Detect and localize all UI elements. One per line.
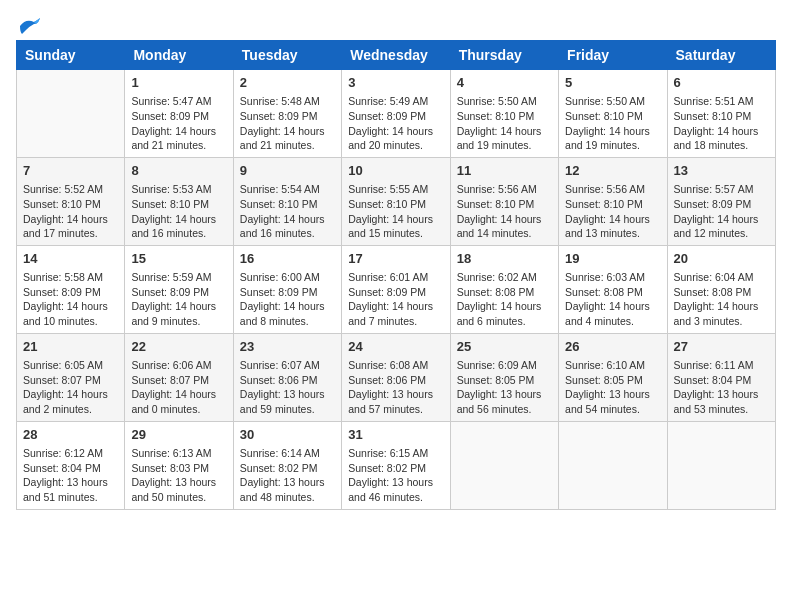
day-info: Daylight: 14 hours	[240, 212, 335, 227]
day-number: 6	[674, 74, 769, 92]
day-number: 18	[457, 250, 552, 268]
day-info: Sunset: 8:05 PM	[457, 373, 552, 388]
day-number: 16	[240, 250, 335, 268]
day-info: Sunset: 8:10 PM	[565, 197, 660, 212]
day-info: Daylight: 14 hours	[23, 212, 118, 227]
day-info: Sunset: 8:09 PM	[348, 285, 443, 300]
day-info: Sunrise: 6:02 AM	[457, 270, 552, 285]
calendar-table: SundayMondayTuesdayWednesdayThursdayFrid…	[16, 40, 776, 510]
day-info: Sunrise: 6:06 AM	[131, 358, 226, 373]
day-info: Sunrise: 5:51 AM	[674, 94, 769, 109]
day-info: and 10 minutes.	[23, 314, 118, 329]
day-info: Sunset: 8:09 PM	[674, 197, 769, 212]
day-info: Sunrise: 5:52 AM	[23, 182, 118, 197]
day-info: and 19 minutes.	[457, 138, 552, 153]
day-info: Sunrise: 6:08 AM	[348, 358, 443, 373]
day-info: and 48 minutes.	[240, 490, 335, 505]
day-number: 11	[457, 162, 552, 180]
calendar-header-monday: Monday	[125, 41, 233, 70]
logo	[16, 16, 42, 32]
day-info: Sunrise: 6:03 AM	[565, 270, 660, 285]
day-number: 12	[565, 162, 660, 180]
day-info: Daylight: 13 hours	[131, 475, 226, 490]
calendar-cell: 13Sunrise: 5:57 AMSunset: 8:09 PMDayligh…	[667, 157, 775, 245]
day-info: Sunrise: 6:04 AM	[674, 270, 769, 285]
day-info: Daylight: 13 hours	[565, 387, 660, 402]
day-info: Daylight: 14 hours	[674, 299, 769, 314]
day-info: Daylight: 14 hours	[23, 299, 118, 314]
day-info: and 12 minutes.	[674, 226, 769, 241]
calendar-cell: 3Sunrise: 5:49 AMSunset: 8:09 PMDaylight…	[342, 70, 450, 158]
day-info: Sunrise: 6:01 AM	[348, 270, 443, 285]
calendar-cell	[559, 421, 667, 509]
calendar-cell: 1Sunrise: 5:47 AMSunset: 8:09 PMDaylight…	[125, 70, 233, 158]
day-info: Daylight: 13 hours	[348, 475, 443, 490]
day-info: Sunset: 8:09 PM	[240, 285, 335, 300]
day-info: Sunrise: 5:49 AM	[348, 94, 443, 109]
day-info: Daylight: 14 hours	[348, 124, 443, 139]
day-number: 29	[131, 426, 226, 444]
day-info: Sunrise: 6:15 AM	[348, 446, 443, 461]
day-info: Sunset: 8:09 PM	[348, 109, 443, 124]
day-info: Sunset: 8:07 PM	[131, 373, 226, 388]
day-info: Sunrise: 6:07 AM	[240, 358, 335, 373]
calendar-cell: 9Sunrise: 5:54 AMSunset: 8:10 PMDaylight…	[233, 157, 341, 245]
day-info: and 15 minutes.	[348, 226, 443, 241]
day-info: Sunset: 8:02 PM	[240, 461, 335, 476]
day-info: Daylight: 13 hours	[674, 387, 769, 402]
day-info: Daylight: 14 hours	[23, 387, 118, 402]
day-info: Sunrise: 6:00 AM	[240, 270, 335, 285]
day-info: Sunset: 8:06 PM	[240, 373, 335, 388]
logo-bird-icon	[18, 16, 42, 36]
day-info: Sunset: 8:05 PM	[565, 373, 660, 388]
day-info: and 16 minutes.	[240, 226, 335, 241]
day-info: Sunrise: 5:48 AM	[240, 94, 335, 109]
calendar-cell: 6Sunrise: 5:51 AMSunset: 8:10 PMDaylight…	[667, 70, 775, 158]
day-info: Sunset: 8:10 PM	[457, 109, 552, 124]
calendar-cell: 28Sunrise: 6:12 AMSunset: 8:04 PMDayligh…	[17, 421, 125, 509]
calendar-cell: 29Sunrise: 6:13 AMSunset: 8:03 PMDayligh…	[125, 421, 233, 509]
day-info: and 2 minutes.	[23, 402, 118, 417]
day-info: Sunset: 8:10 PM	[23, 197, 118, 212]
day-info: Sunrise: 6:11 AM	[674, 358, 769, 373]
day-info: Sunrise: 5:57 AM	[674, 182, 769, 197]
calendar-cell: 4Sunrise: 5:50 AMSunset: 8:10 PMDaylight…	[450, 70, 558, 158]
day-info: Sunset: 8:04 PM	[23, 461, 118, 476]
day-number: 9	[240, 162, 335, 180]
day-info: Daylight: 14 hours	[131, 299, 226, 314]
calendar-cell: 30Sunrise: 6:14 AMSunset: 8:02 PMDayligh…	[233, 421, 341, 509]
day-info: Daylight: 14 hours	[240, 124, 335, 139]
day-info: Sunrise: 5:59 AM	[131, 270, 226, 285]
day-number: 21	[23, 338, 118, 356]
day-info: Sunrise: 5:56 AM	[457, 182, 552, 197]
day-info: and 53 minutes.	[674, 402, 769, 417]
day-info: Sunset: 8:08 PM	[674, 285, 769, 300]
calendar-cell	[450, 421, 558, 509]
calendar-cell: 10Sunrise: 5:55 AMSunset: 8:10 PMDayligh…	[342, 157, 450, 245]
day-info: Daylight: 14 hours	[565, 299, 660, 314]
day-info: Daylight: 14 hours	[348, 299, 443, 314]
day-info: Sunrise: 6:05 AM	[23, 358, 118, 373]
day-number: 25	[457, 338, 552, 356]
day-number: 1	[131, 74, 226, 92]
day-info: Sunset: 8:10 PM	[565, 109, 660, 124]
day-info: Sunset: 8:09 PM	[23, 285, 118, 300]
day-info: and 18 minutes.	[674, 138, 769, 153]
calendar-week-row: 7Sunrise: 5:52 AMSunset: 8:10 PMDaylight…	[17, 157, 776, 245]
day-number: 23	[240, 338, 335, 356]
calendar-cell: 17Sunrise: 6:01 AMSunset: 8:09 PMDayligh…	[342, 245, 450, 333]
day-info: and 0 minutes.	[131, 402, 226, 417]
day-number: 26	[565, 338, 660, 356]
day-info: Daylight: 14 hours	[674, 124, 769, 139]
day-info: and 20 minutes.	[348, 138, 443, 153]
day-number: 14	[23, 250, 118, 268]
calendar-cell: 12Sunrise: 5:56 AMSunset: 8:10 PMDayligh…	[559, 157, 667, 245]
calendar-week-row: 28Sunrise: 6:12 AMSunset: 8:04 PMDayligh…	[17, 421, 776, 509]
day-info: Sunset: 8:09 PM	[131, 285, 226, 300]
day-info: and 6 minutes.	[457, 314, 552, 329]
day-info: Daylight: 13 hours	[348, 387, 443, 402]
calendar-header-thursday: Thursday	[450, 41, 558, 70]
day-info: and 19 minutes.	[565, 138, 660, 153]
day-info: and 14 minutes.	[457, 226, 552, 241]
day-info: Sunset: 8:08 PM	[565, 285, 660, 300]
